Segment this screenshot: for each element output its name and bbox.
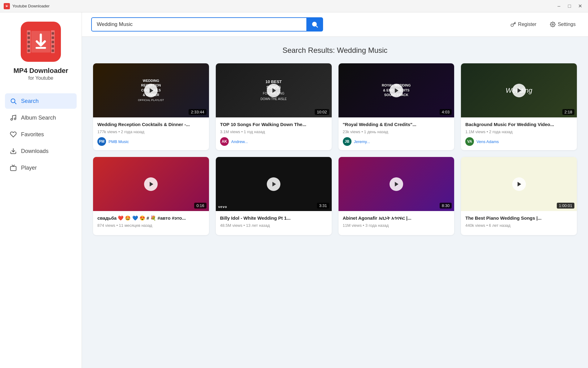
svg-marker-25: [272, 88, 276, 93]
card-info: The Best Piano Wedding Songs |... 440k v…: [461, 211, 577, 235]
thumbnail-wrap: 0:16: [93, 157, 209, 211]
card-info: Wedding Reception Cocktails & Dinner -..…: [93, 117, 209, 150]
card-info: "Royal Wedding & End Credits"... 23k vie…: [339, 117, 454, 150]
register-button[interactable]: Register: [507, 20, 540, 29]
sidebar-item-album-search[interactable]: Album Search: [5, 110, 77, 125]
card-meta: 874 views • 11 месяцев назад: [97, 223, 205, 228]
video-card-3[interactable]: ROYAL WEDDING& END CREDITSSOUNDTRACK 4:0…: [339, 63, 454, 150]
svg-rect-5: [28, 41, 30, 43]
card-info: Background Music For Wedding Video... 1.…: [461, 117, 577, 150]
play-button[interactable]: [390, 177, 403, 191]
search-button[interactable]: [306, 17, 323, 32]
sidebar-item-search-label: Search: [21, 98, 39, 104]
channel-avatar: AK: [220, 137, 229, 146]
thumbnail-wrap: WEDDINGRECEPTIONCOCKTAILS& DINNEROFFICIA…: [93, 63, 209, 117]
logo-title: MP4 Downloader: [13, 67, 68, 75]
nav-menu: Search Album Search Favorites: [0, 93, 82, 177]
sidebar: MP4 Downloader for Youtube Search Album …: [0, 12, 82, 368]
sidebar-item-player[interactable]: Player: [5, 160, 77, 176]
sidebar-item-player-label: Player: [21, 165, 37, 171]
card-title: The Best Piano Wedding Songs |...: [465, 215, 573, 221]
sidebar-item-favorites-label: Favorites: [21, 131, 44, 138]
play-button[interactable]: [267, 84, 280, 97]
card-info: свадьба ❤️ 🤩 💙 😍 # 💐 #авто #это... 874 v…: [93, 211, 209, 235]
header-bar: Register Settings: [82, 12, 588, 37]
duration-badge: 4:03: [440, 109, 452, 115]
svg-rect-4: [28, 36, 30, 39]
search-input[interactable]: [91, 17, 306, 32]
card-title: Wedding Reception Cocktails & Dinner -..…: [97, 121, 205, 128]
main-content: Register Settings Search Results: Weddin…: [82, 12, 588, 368]
channel-info: PM PMB Music: [97, 137, 205, 146]
card-title: Abinet Agonafir አቢነት አጎናፍር |...: [343, 215, 450, 221]
channel-info: VA Vens Adams: [465, 137, 573, 146]
thumbnail-wrap: 1:00:01: [461, 157, 577, 211]
video-card-7[interactable]: 8:30 Abinet Agonafir አቢነት አጎናፍር |... 11M…: [339, 157, 454, 235]
svg-rect-20: [11, 166, 16, 171]
titlebar-left: Youtube Downloader: [4, 3, 49, 9]
video-card-6[interactable]: vevo 3:31 Billy Idol - White Wedding Pt …: [216, 157, 332, 235]
duration-badge: 8:30: [440, 203, 452, 209]
play-button[interactable]: [390, 84, 403, 97]
window-controls: – □ ✕: [555, 2, 584, 11]
svg-marker-29: [272, 182, 276, 186]
channel-avatar: JB: [343, 137, 352, 146]
play-button[interactable]: [267, 177, 280, 191]
minimize-button[interactable]: –: [555, 2, 563, 11]
register-label: Register: [518, 22, 537, 27]
channel-info: AK Andrew...: [220, 137, 327, 146]
card-meta: 177k views • 2 года назад: [97, 129, 205, 134]
svg-rect-7: [28, 49, 30, 52]
channel-name: Vens Adams: [476, 139, 499, 144]
card-meta: 3.1M views • 1 год назад: [220, 129, 327, 134]
svg-rect-3: [28, 32, 30, 35]
results-grid: WEDDINGRECEPTIONCOCKTAILS& DINNEROFFICIA…: [93, 63, 577, 235]
video-card-8[interactable]: 1:00:01 The Best Piano Wedding Songs |..…: [461, 157, 577, 235]
svg-rect-6: [28, 45, 30, 48]
sidebar-item-search[interactable]: Search: [5, 93, 77, 109]
svg-line-22: [316, 26, 317, 27]
video-card-5[interactable]: 0:16 свадьба ❤️ 🤩 💙 😍 # 💐 #авто #это... …: [93, 157, 209, 235]
duration-badge: 2:33:44: [189, 109, 206, 115]
play-button[interactable]: [512, 84, 526, 97]
sidebar-item-album-search-label: Album Search: [21, 115, 56, 121]
results-area: Search Results: Wedding Music WEDDINGREC…: [82, 37, 588, 368]
svg-rect-9: [52, 36, 54, 39]
duration-badge: 1:00:01: [557, 203, 574, 209]
sidebar-item-favorites[interactable]: Favorites: [5, 127, 77, 142]
thumbnail-wrap: Wedding 2:18: [461, 63, 577, 117]
settings-button[interactable]: Settings: [547, 20, 579, 29]
thumbnail-wrap: 8:30: [339, 157, 454, 211]
svg-rect-11: [52, 45, 54, 48]
video-card-4[interactable]: Wedding 2:18 Background Music For Weddin…: [461, 63, 577, 150]
play-button[interactable]: [512, 177, 526, 191]
settings-label: Settings: [558, 22, 576, 27]
svg-marker-26: [395, 88, 399, 93]
card-title: TOP 10 Songs For Walking Down The...: [220, 121, 327, 128]
duration-badge: 10:02: [315, 109, 329, 115]
card-title: Billy Idol - White Wedding Pt 1...: [220, 215, 327, 221]
svg-point-17: [11, 119, 13, 121]
video-card-1[interactable]: WEDDINGRECEPTIONCOCKTAILS& DINNEROFFICIA…: [93, 63, 209, 150]
svg-marker-24: [150, 88, 153, 93]
play-button[interactable]: [144, 177, 158, 191]
card-title: "Royal Wedding & End Credits"...: [343, 121, 450, 128]
video-card-2[interactable]: 10 BESTSONGSFOR WALKINGDOWN THE AISLE 10…: [216, 63, 332, 150]
header-actions: Register Settings: [507, 20, 579, 29]
sidebar-item-downloads[interactable]: Downloads: [5, 143, 77, 159]
sidebar-item-downloads-label: Downloads: [21, 148, 49, 154]
logo-container: MP4 Downloader for Youtube: [13, 22, 68, 81]
thumbnail-wrap: 10 BESTSONGSFOR WALKINGDOWN THE AISLE 10…: [216, 63, 332, 117]
results-title: Search Results: Wedding Music: [93, 46, 577, 55]
maximize-button[interactable]: □: [565, 2, 574, 11]
channel-name: PMB Music: [109, 139, 129, 144]
logo-subtitle: for Youtube: [28, 75, 53, 81]
svg-marker-28: [150, 182, 153, 186]
channel-avatar: PM: [97, 137, 106, 146]
svg-rect-8: [52, 32, 54, 35]
channel-name: Andrew...: [231, 139, 248, 144]
play-button[interactable]: [144, 84, 158, 97]
duration-badge: 2:18: [562, 109, 574, 115]
thumbnail-wrap: ROYAL WEDDING& END CREDITSSOUNDTRACK 4:0…: [339, 63, 454, 117]
close-button[interactable]: ✕: [576, 2, 584, 11]
